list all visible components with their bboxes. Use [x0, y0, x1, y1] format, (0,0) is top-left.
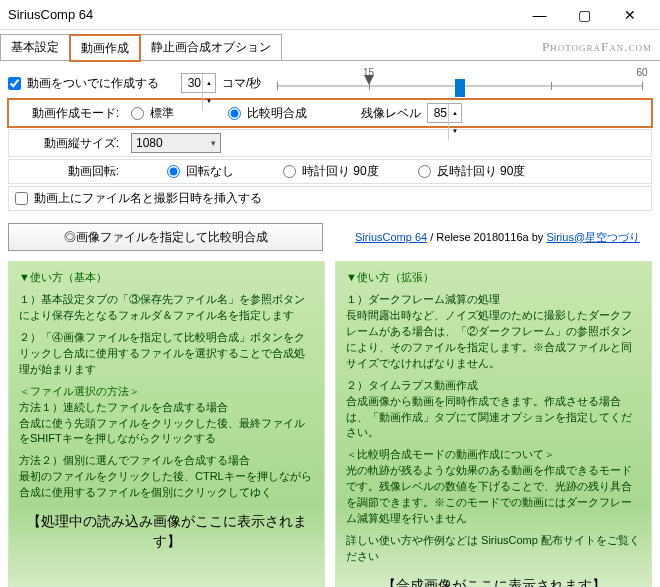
row-rotation: 動画回転: 回転なし 時計回り 90度 反時計回り 90度 [8, 159, 652, 184]
fps-input[interactable]: 30 ▲▼ [181, 73, 216, 93]
brand-text: PhotograFan.com [542, 39, 652, 55]
row-action: ◎画像ファイルを指定して比較明合成 SiriusComp 64 / Relese… [8, 219, 652, 255]
label-insert-meta: 動画上にファイル名と撮影日時を挿入する [34, 190, 262, 207]
label-rot-ccw: 反時計回り 90度 [437, 163, 526, 180]
checkbox-make-video[interactable] [8, 77, 21, 90]
label-rot-cw: 時計回り 90度 [302, 163, 379, 180]
maximize-button[interactable]: ▢ [562, 0, 607, 30]
afterimage-down[interactable]: ▼ [448, 122, 461, 140]
label-mode: 動画作成モード: [15, 105, 125, 122]
fps-up[interactable]: ▲ [202, 74, 215, 92]
tabs: 基本設定 動画作成 静止画合成オプション PhotograFan.com [0, 30, 660, 61]
minimize-button[interactable]: — [517, 0, 562, 30]
slider-marker-icon [364, 75, 374, 85]
tab-video[interactable]: 動画作成 [70, 35, 140, 61]
radio-lighten[interactable] [228, 107, 241, 120]
help-panel-right: ▼使い方（拡張） １）ダークフレーム減算の処理 長時間露出時など、ノイズ処理のた… [335, 261, 652, 587]
row-make-video: 動画をついでに作成する 30 ▲▼ コマ/秒 15 60 [8, 67, 652, 99]
radio-rot-cw[interactable] [283, 165, 296, 178]
help-panel-left: ▼使い方（基本） １）基本設定タブの「③保存先ファイル名」を参照ボタンにより保存… [8, 261, 325, 587]
slider-thumb[interactable] [455, 79, 465, 97]
link-siriuscomp[interactable]: SiriusComp 64 [355, 231, 427, 243]
tab-still-options[interactable]: 静止画合成オプション [140, 34, 282, 60]
select-files-button[interactable]: ◎画像ファイルを指定して比較明合成 [8, 223, 323, 251]
label-standard: 標準 [150, 105, 174, 122]
label-size: 動画縦サイズ: [15, 135, 125, 152]
window-title: SiriusComp 64 [8, 7, 517, 22]
link-author[interactable]: Sirius@星空つづり [546, 231, 640, 243]
afterimage-input[interactable]: 85 ▲▼ [427, 103, 462, 123]
row-size: 動画縦サイズ: 1080 ▾ [8, 129, 652, 157]
fps-down[interactable]: ▼ [202, 92, 215, 110]
afterimage-up[interactable]: ▲ [448, 104, 461, 122]
tab-basic[interactable]: 基本設定 [0, 34, 70, 60]
row-insert: 動画上にファイル名と撮影日時を挿入する [8, 186, 652, 211]
fps-unit: コマ/秒 [222, 75, 261, 92]
radio-standard[interactable] [131, 107, 144, 120]
preview-placeholder-right: 【合成画像がここに表示されます】 [346, 575, 641, 587]
titlebar: SiriusComp 64 — ▢ ✕ [0, 0, 660, 30]
radio-rot-none[interactable] [167, 165, 180, 178]
checkbox-insert-meta[interactable] [15, 192, 28, 205]
chevron-down-icon: ▾ [211, 138, 216, 148]
row-mode: 動画作成モード: 標準 比較明合成 残像レベル 85 ▲▼ [8, 99, 652, 127]
label-rot-none: 回転なし [186, 163, 234, 180]
close-button[interactable]: ✕ [607, 0, 652, 30]
radio-rot-ccw[interactable] [418, 165, 431, 178]
label-afterimage: 残像レベル [361, 105, 421, 122]
label-make-video: 動画をついでに作成する [27, 75, 159, 92]
label-rotation: 動画回転: [15, 163, 125, 180]
select-size[interactable]: 1080 ▾ [131, 133, 221, 153]
label-lighten: 比較明合成 [247, 105, 307, 122]
release-info: SiriusComp 64 / Relese 20180116a by Siri… [355, 230, 640, 245]
preview-placeholder-left: 【処理中の読み込み画像がここに表示されます】 [19, 511, 314, 552]
fps-slider[interactable]: 15 60 [277, 71, 642, 95]
